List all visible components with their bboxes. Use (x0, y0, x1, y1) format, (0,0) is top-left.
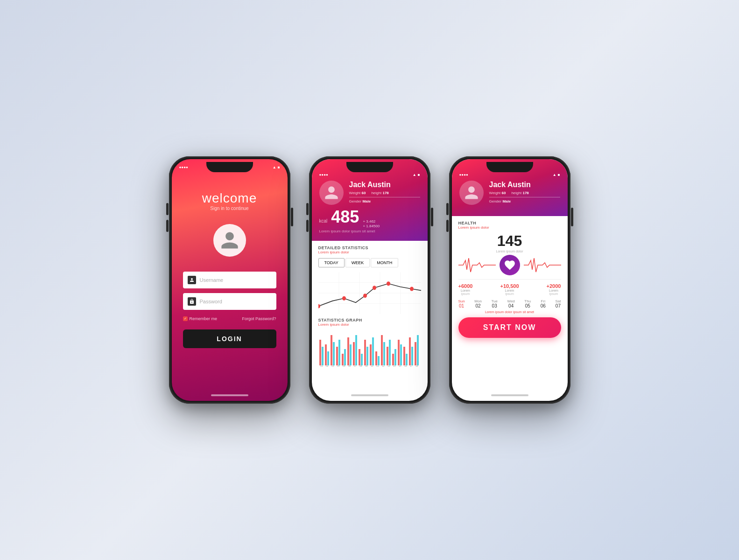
health-content: HEALTH Lorem ipsum dolor 145 Lorem ipsum… (452, 216, 568, 343)
health-profile-avatar (459, 181, 484, 205)
svg-text:14: 14 (393, 364, 396, 367)
detailed-stats-title: DETAILED STATISTICS (318, 245, 421, 250)
svg-rect-34 (378, 356, 380, 365)
kcal-change2: + 1.84500 (363, 224, 380, 228)
stat-value-1: +6000 (458, 283, 473, 289)
cal-thu-num: 05 (524, 303, 531, 308)
svg-point-11 (387, 281, 390, 286)
svg-text:18: 18 (415, 364, 418, 367)
svg-text:13: 13 (387, 364, 390, 367)
svg-point-12 (410, 287, 414, 291)
svg-rect-15 (325, 344, 327, 365)
cal-tue-name: Tue (491, 299, 498, 303)
svg-rect-26 (355, 335, 357, 365)
signal-icon-2: ●●●● (319, 173, 328, 177)
power-btn-3[interactable] (571, 208, 573, 226)
lock-input-icon (188, 297, 196, 306)
svg-text:10: 10 (371, 364, 373, 367)
vol-up-btn-2[interactable] (306, 203, 309, 215)
start-now-button[interactable]: START NOW (458, 317, 561, 338)
svg-rect-29 (364, 340, 366, 365)
cal-day-tue[interactable]: Tue 03 (491, 299, 498, 308)
power-btn-2[interactable] (431, 208, 433, 226)
svg-rect-48 (417, 335, 419, 365)
status-bar-2: ●●●● ▲ ■ (319, 171, 420, 181)
stat-label-2: Lorem (500, 289, 519, 292)
lock-icon (189, 299, 195, 304)
vol-down-btn[interactable] (166, 220, 169, 232)
stats-graph-title: STATISTICS GRAPH (318, 318, 421, 322)
kcal-row: kcal 485 + 3.462 + 1.84500 (319, 209, 420, 228)
svg-point-8 (342, 296, 346, 301)
tab-week[interactable]: WEEK (345, 258, 370, 267)
cal-sun-num: 01 (458, 303, 465, 308)
status-icons-3: ▲ ■ (553, 173, 560, 177)
bar-chart-svg: 01 02 03 04 05 06 07 08 09 10 11 12 13 1… (318, 330, 421, 368)
svg-point-7 (318, 304, 320, 308)
profile-row: Jack Austin Weight 60 height 178 Gender … (319, 181, 420, 205)
svg-text:15: 15 (399, 364, 401, 367)
cal-wed-name: Wed (507, 299, 514, 303)
vol-down-btn-2[interactable] (306, 220, 309, 232)
svg-text:09: 09 (365, 364, 368, 367)
svg-rect-41 (398, 340, 400, 365)
health-gender-val: Male (502, 199, 511, 203)
cal-day-thu[interactable]: Thu 05 (524, 299, 531, 308)
health-screen: ●●●● ▲ ■ Jack Austin (452, 159, 568, 401)
svg-point-9 (363, 294, 367, 298)
cal-day-fri[interactable]: Fri 06 (541, 299, 546, 308)
login-button[interactable]: LOGIN (183, 329, 276, 348)
svg-rect-17 (331, 335, 332, 365)
password-placeholder: Password (200, 299, 222, 304)
svg-rect-47 (415, 342, 416, 365)
svg-rect-40 (394, 349, 396, 365)
remember-label: Remember me (190, 316, 218, 321)
svg-rect-28 (361, 354, 363, 365)
stat-sub-1: ipsum (458, 292, 473, 295)
stats-row: +6000 Lorem ipsum +10,500 Lorem ipsum +2… (458, 279, 561, 295)
health-weight-stat: Weight 60 (489, 191, 506, 195)
user-small-icon (189, 277, 195, 283)
stats-content: DETAILED STATISTICS Lorem ipsum dolor TO… (312, 241, 428, 372)
svg-text:08: 08 (359, 364, 362, 367)
svg-text:06: 06 (348, 364, 351, 367)
password-field[interactable]: Password (183, 293, 276, 310)
detailed-stats-sub: Lorem ipsum dolor (318, 250, 421, 254)
height-value: 178 (382, 191, 388, 195)
home-bar-3 (491, 394, 528, 396)
username-field[interactable]: Username (183, 272, 276, 288)
cal-note: Lorem ipsum dolor ipsum sit amet (458, 310, 561, 314)
cal-tue-num: 03 (491, 303, 498, 308)
cal-day-mon[interactable]: Mon 02 (474, 299, 482, 308)
stat-sub-2: ipsum (500, 292, 519, 295)
vol-up-btn-3[interactable] (446, 203, 449, 215)
svg-rect-25 (353, 342, 355, 365)
username-placeholder: Username (200, 277, 224, 283)
cal-sat-num: 07 (555, 303, 561, 308)
vol-up-btn[interactable] (166, 203, 169, 215)
power-btn[interactable] (291, 208, 293, 226)
cal-fri-num: 06 (541, 303, 546, 308)
svg-rect-13 (319, 340, 321, 365)
remember-checkbox[interactable] (183, 316, 188, 321)
phone-stats: ●●●● ▲ ■ Jack Austin (309, 156, 430, 404)
remember-left: Remember me (183, 316, 218, 321)
stats-header: ●●●● ▲ ■ Jack Austin (312, 159, 428, 241)
cal-day-sat[interactable]: Sat 07 (555, 299, 561, 308)
health-height-stat: height 178 (511, 191, 528, 195)
kcal-number: 485 (331, 209, 359, 225)
calendar-days: Sun 01 Mon 02 Tue 03 Wed (458, 299, 561, 308)
tab-today[interactable]: TODAY (318, 258, 345, 267)
vol-down-btn-3[interactable] (446, 220, 449, 232)
battery-icon: ■ (278, 165, 280, 169)
phone-login: ●●●● ▲ ■ welcome Sign in to continue (169, 156, 290, 404)
avatar-icon (324, 185, 339, 201)
forgot-password-link[interactable]: Forgot Password? (242, 316, 276, 321)
weight-stat: Weight 60 (349, 191, 366, 195)
health-header: ●●●● ▲ ■ Jack Austin (452, 159, 568, 216)
cal-day-wed[interactable]: Wed 04 (507, 299, 514, 308)
profile-name: Jack Austin (349, 181, 420, 189)
login-content: welcome Sign in to continue Username (172, 172, 288, 401)
tab-month[interactable]: MONTH (371, 258, 398, 267)
stat-value-3: +2000 (547, 283, 561, 289)
